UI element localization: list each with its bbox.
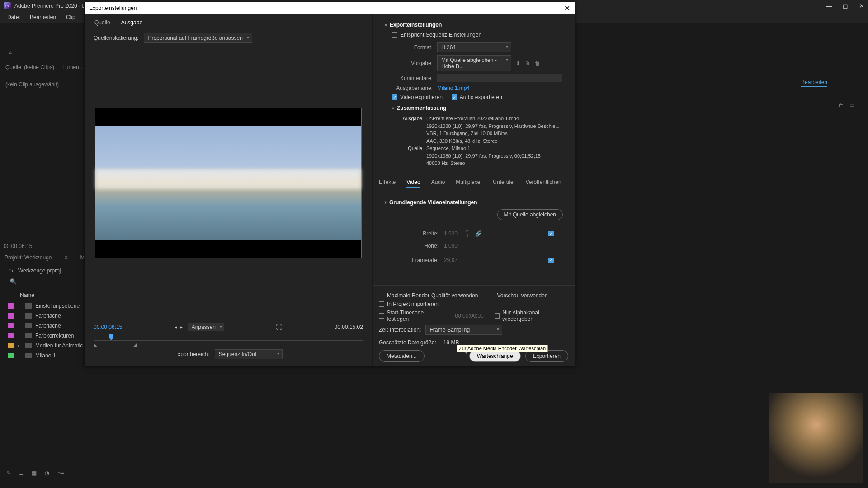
start-timecode-checkbox[interactable]: Start-Timecode festlegen — [379, 310, 444, 322]
format-label: Format: — [392, 44, 433, 51]
max-render-quality-checkbox[interactable]: Maximale Render-Qualität verwenden — [379, 292, 478, 299]
aspect-icon[interactable]: ⛶ — [276, 324, 282, 331]
framerate-value[interactable]: 29,97 — [444, 257, 464, 263]
tab-multiplexer[interactable]: Multiplexer — [456, 179, 482, 188]
no-clip-label: (kein Clip ausgewählt) — [5, 81, 59, 88]
chevron-down-icon[interactable]: ▾ — [385, 23, 387, 28]
export-range-dropdown[interactable]: Sequenz In/Out — [215, 349, 283, 359]
delete-preset-icon[interactable]: 🗑 — [535, 60, 540, 66]
framerate-match-checkbox[interactable]: ✓ — [548, 258, 554, 263]
edit-tab[interactable]: Bearbeiten — [801, 79, 827, 87]
match-source-button[interactable]: Mit Quelle abgleichen — [497, 209, 563, 220]
preview-viewport — [95, 108, 362, 258]
export-settings-dialog: Exporteinstellungen ✕ Quelle Ausgabe Que… — [84, 2, 575, 367]
preset-label: Vorgabe: — [392, 60, 433, 66]
chevron-down-icon[interactable]: ▾ — [392, 106, 394, 111]
tab-effects[interactable]: Effekte — [379, 179, 396, 188]
output-name-link[interactable]: Milano 1.mp4 — [437, 85, 470, 91]
dialog-title: Exporteinstellungen — [89, 5, 137, 11]
comments-input[interactable] — [437, 74, 562, 82]
list-item[interactable]: Farbkorrekturen — [8, 331, 83, 341]
list-item[interactable]: ›Medien für Animatic — [8, 341, 83, 351]
alpha-only-checkbox[interactable]: Nur Alphakanal wiedergeben — [495, 310, 568, 322]
source-panel-tab[interactable]: Quelle: (keine Clips) — [5, 64, 54, 70]
tab-output[interactable]: Ausgabe — [120, 18, 143, 28]
project-tab[interactable]: Projekt: Werkzeuge — [5, 254, 52, 261]
summary-line: AAC, 320 KBit/s, 48 kHz, Stereo — [426, 137, 562, 145]
export-settings-heading: Exporteinstellungen — [390, 22, 442, 28]
export-audio-checkbox[interactable]: ✓Audio exportieren — [452, 94, 502, 100]
app-logo: Pr — [4, 2, 11, 9]
out-point-marker[interactable]: ◢ — [133, 342, 137, 347]
tool-icon[interactable]: ▦ — [32, 470, 37, 476]
menu-file[interactable]: Datei — [3, 13, 24, 22]
scrubber[interactable]: ◣ ◢ — [94, 334, 363, 345]
close-button[interactable]: ✕ — [859, 2, 864, 9]
summary-line: 48000 Hz, Stereo — [426, 160, 562, 167]
list-item[interactable]: Einstellungsebene — [8, 301, 83, 311]
export-range-label: Exportbereich: — [174, 351, 209, 357]
cursor-icon: ↖ — [463, 348, 468, 356]
bin-icon: 🗀 — [8, 267, 14, 274]
start-timecode-value: 00:00:00:00 — [455, 313, 483, 319]
in-point-marker[interactable]: ◣ — [94, 342, 97, 347]
save-preset-icon[interactable]: ⬇ — [516, 60, 520, 66]
panel-icon[interactable]: ▭ — [849, 102, 854, 108]
basic-video-heading: Grundlegende Videoeinstellungen — [389, 199, 477, 206]
tab-video[interactable]: Video — [406, 179, 420, 188]
minimize-button[interactable]: — — [826, 2, 832, 9]
tool-icon[interactable]: ◔ — [45, 470, 49, 476]
use-preview-checkbox[interactable]: Vorschau verwenden — [489, 292, 547, 299]
summary-line: 868x488 (1,0), 29,97 fps, Progressiv, … — [426, 152, 562, 160]
tool-icon[interactable]: ✎ — [6, 470, 11, 476]
tool-icon[interactable]: ≣ — [19, 470, 24, 476]
tab-publish[interactable]: Veröffentlichen — [525, 179, 561, 188]
time-interpolation-dropdown[interactable]: Frame-Sampling — [425, 325, 502, 335]
width-match-checkbox[interactable]: ✓ — [548, 231, 554, 236]
width-label: Breite: — [393, 230, 439, 237]
folder-icon[interactable]: 🗀 — [839, 102, 844, 108]
chevron-down-icon[interactable]: ▾ — [384, 200, 387, 205]
tab-source[interactable]: Quelle — [94, 18, 111, 28]
lumetri-panel-tab[interactable]: Lumen... — [62, 64, 84, 70]
preview-image — [95, 126, 361, 240]
tool-icon[interactable]: ○━ — [57, 470, 64, 476]
search-icon[interactable]: 🔍 — [10, 278, 17, 285]
import-preset-icon[interactable]: 🗎 — [525, 60, 530, 66]
play-button[interactable]: ▸ — [180, 324, 183, 330]
import-project-checkbox[interactable]: In Projekt importieren — [379, 301, 439, 307]
link-icon[interactable]: 🔗 — [475, 230, 482, 237]
prev-frame-button[interactable]: ◂ — [175, 324, 177, 330]
column-header-name[interactable]: Name — [20, 292, 34, 298]
height-value[interactable]: 1 080 — [444, 243, 464, 249]
home-icon[interactable]: ⌂ — [9, 49, 12, 55]
menu-edit[interactable]: Bearbeiten — [25, 13, 61, 22]
close-icon[interactable]: ✕ — [564, 4, 570, 13]
current-timecode[interactable]: 00:00:06:15 — [94, 324, 122, 330]
comments-label: Kommentare: — [392, 75, 433, 81]
fit-dropdown[interactable]: Anpassen — [188, 323, 224, 331]
summary-heading: Zusammenfassung — [397, 105, 446, 111]
summary-output-path: D:\Premiere Pro\Milan 2022\Milano 1.mp4 — [426, 116, 519, 121]
maximize-button[interactable]: ◻ — [843, 2, 848, 9]
export-video-checkbox[interactable]: ✓Video exportieren — [392, 94, 443, 100]
tab-captions[interactable]: Untertitel — [493, 179, 514, 188]
framerate-label: Framerate: — [393, 257, 439, 263]
metadata-button[interactable]: Metadaten... — [379, 350, 425, 362]
width-value[interactable]: 1 920 — [444, 230, 464, 237]
match-sequence-checkbox[interactable]: Entspricht Sequenz-Einstellungen — [392, 32, 562, 38]
tab-audio[interactable]: Audio — [431, 179, 445, 188]
project-name: Werkzeuge.prproj — [18, 267, 61, 274]
playhead[interactable] — [109, 334, 113, 340]
summary-line: VBR, 1 Durchgang, Ziel 10,00 MBit/s — [426, 130, 562, 137]
list-item[interactable]: Milano 1 — [8, 351, 83, 361]
list-item[interactable]: Farbfläche — [8, 321, 83, 331]
list-item[interactable]: Farbfläche — [8, 311, 83, 321]
filesize-label: Geschätzte Dateigröße: — [379, 339, 436, 346]
webcam-overlay — [769, 393, 863, 483]
source-scaling-dropdown[interactable]: Proportional auf Framegröße anpassen — [144, 33, 252, 43]
menu-clip[interactable]: Clip — [61, 13, 80, 22]
format-dropdown[interactable]: H.264 — [437, 42, 511, 52]
preset-dropdown[interactable]: Mit Quelle abgleichen - Hohe B... — [437, 55, 511, 71]
summary-source: Sequence, Milano 1 — [426, 145, 470, 151]
